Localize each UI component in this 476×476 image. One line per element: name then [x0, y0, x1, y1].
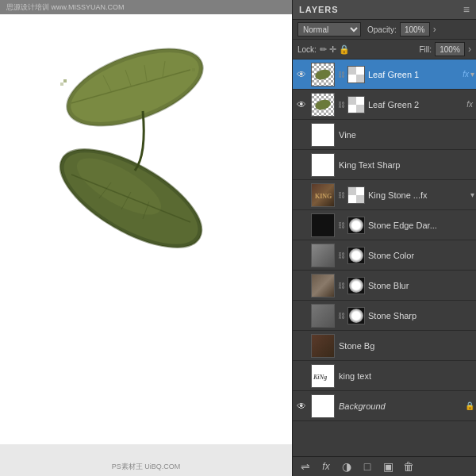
new-layer-icon[interactable]: ▣ [380, 460, 396, 473]
delete-icon[interactable]: 🗑 [401, 460, 416, 473]
layer-mask [347, 66, 365, 83]
visibility-toggle[interactable] [294, 158, 309, 172]
add-adjustment-icon[interactable]: ◑ [339, 460, 355, 473]
svg-rect-30 [348, 187, 356, 195]
layer-mask [347, 96, 365, 113]
opacity-arrow[interactable]: › [433, 24, 436, 35]
fill-arrow[interactable]: › [468, 44, 471, 55]
layer-row[interactable]: King Text Sharp [293, 150, 476, 180]
lock-pen-icon[interactable]: ✏ [320, 44, 327, 55]
svg-rect-17 [60, 83, 63, 86]
leaf-svg [8, 16, 262, 397]
fill-label: Fill: [419, 45, 432, 54]
background-lock-icon: 🔒 [465, 401, 474, 410]
layer-row[interactable]: 👁⛓Leaf Green 1fx▾ [293, 60, 476, 90]
layer-row[interactable]: Stone Bg [293, 331, 476, 361]
layer-fx-label: fx [466, 100, 473, 109]
layer-row[interactable]: KiNgking text [293, 361, 476, 391]
svg-rect-19 [192, 68, 195, 71]
layer-name: Background [337, 401, 465, 411]
visibility-toggle[interactable] [294, 248, 309, 263]
layer-mask [347, 186, 365, 204]
layer-thumbnail [311, 274, 335, 298]
layer-row[interactable]: ⛓Stone Blur [293, 271, 476, 301]
layer-mask [347, 217, 365, 234]
layer-name: Vine [337, 130, 474, 140]
link-icon[interactable]: ⇌ [298, 460, 313, 473]
layer-row[interactable]: ⛓Stone Edge Dar... [293, 210, 476, 240]
panel-title: LAYERS [299, 5, 339, 14]
visibility-toggle[interactable] [294, 188, 309, 202]
lock-move-icon[interactable]: ✛ [329, 44, 336, 55]
layer-thumbnail: KiNg [311, 364, 335, 388]
layer-row[interactable]: ⛓Stone Color [293, 240, 476, 271]
layer-chain-icon: ⛓ [338, 251, 345, 259]
site-header: 思源设计培训 www.MISSYUAN.COM [0, 0, 292, 14]
canvas-checkerboard [0, 0, 292, 444]
layer-thumbnail [311, 244, 335, 267]
layer-chain-icon: ⛓ [338, 191, 345, 199]
layer-name: King Text Sharp [337, 160, 474, 170]
visibility-toggle[interactable]: 👁 [294, 399, 309, 413]
visibility-toggle[interactable]: 👁 [294, 98, 309, 112]
layer-row[interactable]: 👁⛓Leaf Green 2fx [293, 90, 476, 120]
lock-all-icon[interactable]: 🔒 [339, 44, 350, 55]
layer-fx-label: fx [463, 70, 469, 79]
layer-mask [347, 277, 365, 294]
svg-rect-18 [189, 65, 192, 68]
layer-name: Stone Color [367, 251, 474, 260]
svg-rect-31 [356, 195, 364, 203]
opacity-input[interactable] [400, 22, 430, 36]
svg-rect-26 [348, 97, 356, 105]
layer-thumbnail [311, 213, 335, 237]
layer-thumbnail [311, 63, 335, 86]
visibility-toggle[interactable] [294, 369, 309, 383]
visibility-toggle[interactable] [294, 309, 309, 323]
visibility-toggle[interactable] [294, 278, 309, 293]
layer-thumbnail [311, 334, 335, 358]
panel-footer: ⇌ fx ◑ □ ▣ 🗑 [293, 456, 476, 476]
visibility-toggle[interactable] [294, 218, 309, 232]
layer-name: Stone Sharp [367, 311, 474, 321]
layer-chain-icon: ⛓ [338, 312, 345, 320]
layer-chain-icon: ⛓ [338, 71, 345, 79]
layer-chain-icon: ⛓ [338, 221, 345, 229]
svg-rect-23 [356, 75, 364, 83]
blend-mode-select[interactable]: Normal Multiply Screen [298, 22, 361, 36]
site-header-text: 思源设计培训 www.MISSYUAN.COM [6, 2, 125, 13]
layer-thumbnail [311, 93, 335, 117]
layer-row[interactable]: Vine [293, 120, 476, 150]
layer-name: Stone Edge Dar... [367, 221, 474, 230]
visibility-toggle[interactable] [294, 339, 309, 353]
layer-expand-arrow[interactable]: ▾ [470, 190, 474, 199]
layer-row[interactable]: 👁Background🔒 [293, 391, 476, 421]
layer-thumbnail [311, 304, 335, 328]
layer-row[interactable]: KING⛓King Stone ...fx▾ [293, 180, 476, 210]
layers-panel: LAYERS ≡ Normal Multiply Screen Opacity:… [292, 0, 476, 476]
fx-label[interactable]: fx [318, 461, 334, 472]
svg-rect-22 [348, 67, 356, 75]
opacity-label: Opacity: [367, 25, 397, 34]
layer-name: Stone Bg [337, 341, 474, 351]
layer-row[interactable]: ⛓Stone Sharp [293, 301, 476, 331]
fill-input[interactable] [435, 42, 465, 56]
svg-rect-16 [63, 79, 67, 83]
visibility-toggle[interactable]: 👁 [294, 67, 309, 82]
svg-point-20 [314, 67, 332, 81]
panel-menu-icon[interactable]: ≡ [463, 3, 470, 16]
layer-thumbnail [311, 123, 335, 147]
lock-label: Lock: [298, 45, 317, 54]
layers-list[interactable]: 👁⛓Leaf Green 1fx▾👁⛓Leaf Green 2fxVineKin… [293, 60, 476, 456]
new-group-icon[interactable]: □ [359, 460, 375, 473]
layer-mask [347, 307, 365, 324]
panel-header: LAYERS ≡ [293, 0, 476, 20]
layer-chain-icon: ⛓ [338, 282, 345, 290]
layer-expand-arrow[interactable]: ▾ [470, 70, 474, 79]
layer-thumbnail [311, 153, 335, 177]
blend-row: Normal Multiply Screen Opacity: › [293, 20, 476, 40]
layer-name: Stone Blur [367, 281, 474, 290]
layer-thumbnail: KING [311, 183, 335, 207]
watermark-text: PS素材王 UiBQ.COM [112, 463, 181, 470]
visibility-toggle[interactable] [294, 128, 309, 142]
lock-row: Lock: ✏ ✛ 🔒 Fill: › [293, 40, 476, 60]
